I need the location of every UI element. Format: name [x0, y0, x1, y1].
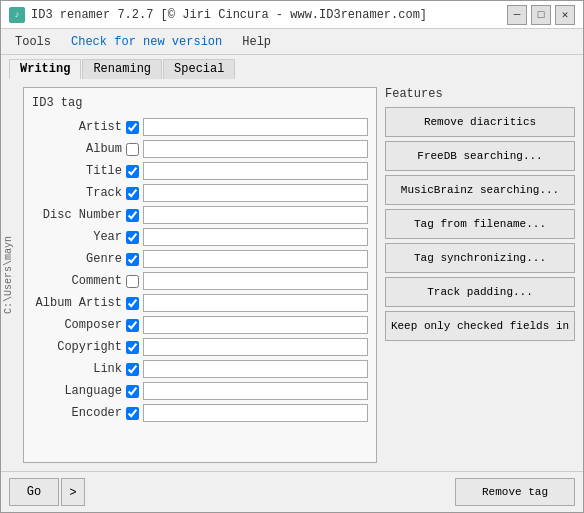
- input-year[interactable]: [143, 228, 368, 246]
- checkbox-link[interactable]: [126, 363, 139, 376]
- remove-diacritics-button[interactable]: Remove diacritics: [385, 107, 575, 137]
- input-track[interactable]: [143, 184, 368, 202]
- field-row-track: Track: [32, 184, 368, 202]
- tag-from-filename-button[interactable]: Tag from filename...: [385, 209, 575, 239]
- checkbox-year[interactable]: [126, 231, 139, 244]
- field-row-disc-number: Disc Number: [32, 206, 368, 224]
- input-copyright[interactable]: [143, 338, 368, 356]
- field-label-disc-number: Disc Number: [32, 208, 122, 222]
- field-label-album-artist: Album Artist: [32, 296, 122, 310]
- checkbox-language[interactable]: [126, 385, 139, 398]
- field-row-year: Year: [32, 228, 368, 246]
- tag-synchronizing-button[interactable]: Tag synchronizing...: [385, 243, 575, 273]
- input-album[interactable]: [143, 140, 368, 158]
- close-button[interactable]: ✕: [555, 5, 575, 25]
- app-icon: ♪: [9, 7, 25, 23]
- field-label-genre: Genre: [32, 252, 122, 266]
- input-composer[interactable]: [143, 316, 368, 334]
- field-label-comment: Comment: [32, 274, 122, 288]
- checkbox-composer[interactable]: [126, 319, 139, 332]
- input-comment[interactable]: [143, 272, 368, 290]
- minimize-button[interactable]: ─: [507, 5, 527, 25]
- path-label: C:\Users\mayn: [3, 236, 14, 314]
- input-title[interactable]: [143, 162, 368, 180]
- field-label-copyright: Copyright: [32, 340, 122, 354]
- field-label-title: Title: [32, 164, 122, 178]
- field-row-title: Title: [32, 162, 368, 180]
- left-panel-title: ID3 tag: [32, 96, 368, 110]
- field-label-composer: Composer: [32, 318, 122, 332]
- field-row-composer: Composer: [32, 316, 368, 334]
- bottom-bar: Go > Remove tag: [1, 471, 583, 512]
- input-encoder[interactable]: [143, 404, 368, 422]
- checkbox-genre[interactable]: [126, 253, 139, 266]
- checkbox-album[interactable]: [126, 143, 139, 156]
- field-row-copyright: Copyright: [32, 338, 368, 356]
- keep-only-checked-button[interactable]: Keep only checked fields in: [385, 311, 575, 341]
- tab-writing[interactable]: Writing: [9, 59, 81, 79]
- go-area: Go >: [9, 478, 85, 506]
- menu-tools[interactable]: Tools: [7, 33, 59, 51]
- go-button[interactable]: Go: [9, 478, 59, 506]
- window-title: ID3 renamer 7.2.7 [© Jiri Cincura - www.…: [31, 8, 427, 22]
- field-row-encoder: Encoder: [32, 404, 368, 422]
- right-panel-title: Features: [385, 87, 575, 101]
- field-label-artist: Artist: [32, 120, 122, 134]
- checkbox-disc-number[interactable]: [126, 209, 139, 222]
- field-row-language: Language: [32, 382, 368, 400]
- checkbox-title[interactable]: [126, 165, 139, 178]
- tab-special[interactable]: Special: [163, 59, 235, 79]
- title-bar-left: ♪ ID3 renamer 7.2.7 [© Jiri Cincura - ww…: [9, 7, 427, 23]
- input-language[interactable]: [143, 382, 368, 400]
- field-label-year: Year: [32, 230, 122, 244]
- freedb-searching-button[interactable]: FreeDB searching...: [385, 141, 575, 171]
- maximize-button[interactable]: □: [531, 5, 551, 25]
- checkbox-encoder[interactable]: [126, 407, 139, 420]
- menu-help[interactable]: Help: [234, 33, 279, 51]
- checkbox-copyright[interactable]: [126, 341, 139, 354]
- menu-check-version[interactable]: Check for new version: [63, 33, 230, 51]
- checkbox-album-artist[interactable]: [126, 297, 139, 310]
- main-window: ♪ ID3 renamer 7.2.7 [© Jiri Cincura - ww…: [0, 0, 584, 513]
- field-label-album: Album: [32, 142, 122, 156]
- field-label-language: Language: [32, 384, 122, 398]
- field-row-comment: Comment: [32, 272, 368, 290]
- field-row-album: Album: [32, 140, 368, 158]
- title-bar: ♪ ID3 renamer 7.2.7 [© Jiri Cincura - ww…: [1, 1, 583, 29]
- window-controls: ─ □ ✕: [507, 5, 575, 25]
- input-artist[interactable]: [143, 118, 368, 136]
- field-row-link: Link: [32, 360, 368, 378]
- field-row-album-artist: Album Artist: [32, 294, 368, 312]
- field-label-encoder: Encoder: [32, 406, 122, 420]
- track-padding-button[interactable]: Track padding...: [385, 277, 575, 307]
- id3-tag-panel: ID3 tag Artist Album Title Track: [23, 87, 377, 463]
- input-link[interactable]: [143, 360, 368, 378]
- menu-bar: Tools Check for new version Help: [1, 29, 583, 55]
- field-label-link: Link: [32, 362, 122, 376]
- checkbox-comment[interactable]: [126, 275, 139, 288]
- features-panel: Features Remove diacritics FreeDB search…: [385, 87, 575, 463]
- field-label-track: Track: [32, 186, 122, 200]
- arrow-button[interactable]: >: [61, 478, 85, 506]
- tab-renaming[interactable]: Renaming: [82, 59, 162, 79]
- checkbox-artist[interactable]: [126, 121, 139, 134]
- checkbox-track[interactable]: [126, 187, 139, 200]
- tabs-bar: Writing Renaming Special: [1, 55, 583, 79]
- remove-tag-button[interactable]: Remove tag: [455, 478, 575, 506]
- field-row-artist: Artist: [32, 118, 368, 136]
- input-genre[interactable]: [143, 250, 368, 268]
- input-album-artist[interactable]: [143, 294, 368, 312]
- input-disc-number[interactable]: [143, 206, 368, 224]
- field-row-genre: Genre: [32, 250, 368, 268]
- musicbrainz-searching-button[interactable]: MusicBrainz searching...: [385, 175, 575, 205]
